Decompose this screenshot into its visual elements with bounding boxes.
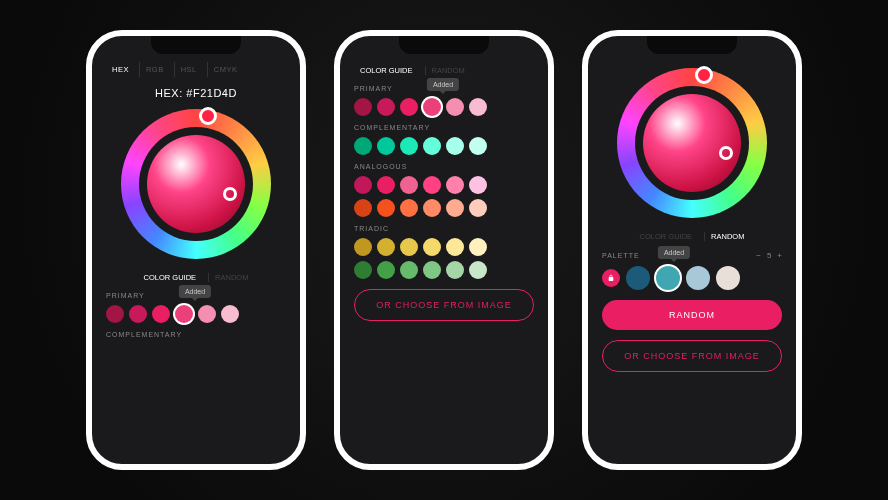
palette-swatch[interactable]: [626, 266, 650, 290]
swatch[interactable]: [446, 137, 464, 155]
swatch[interactable]: [377, 176, 395, 194]
complementary-label: COMPLEMENTARY: [354, 124, 534, 131]
subtab-random[interactable]: RANDOM: [425, 66, 471, 75]
swatch[interactable]: [469, 238, 487, 256]
saturation-handle[interactable]: [719, 146, 733, 160]
palette-swatches: Added: [602, 266, 782, 290]
subtab-random[interactable]: RANDOM: [704, 232, 750, 241]
swatch[interactable]: [354, 261, 372, 279]
swatch[interactable]: [446, 176, 464, 194]
phone-notch: [647, 36, 737, 54]
swatch[interactable]: [469, 98, 487, 116]
swatch[interactable]: [423, 238, 441, 256]
color-wheel[interactable]: [121, 109, 271, 259]
analogous-row-1: [354, 176, 534, 194]
hue-handle[interactable]: [695, 66, 713, 84]
hex-value: HEX: #F21D4D: [106, 87, 286, 99]
analogous-label: ANALOGOUS: [354, 163, 534, 170]
analogous-row-2: [354, 199, 534, 217]
triadic-label: TRIADIC: [354, 225, 534, 232]
swatch[interactable]: [469, 137, 487, 155]
triadic-row-1: [354, 238, 534, 256]
swatch[interactable]: [400, 137, 418, 155]
swatch[interactable]: [354, 238, 372, 256]
phone-notch: [399, 36, 489, 54]
swatch[interactable]: [423, 199, 441, 217]
minus-icon[interactable]: −: [756, 251, 761, 260]
swatch[interactable]: [152, 305, 170, 323]
swatch[interactable]: [377, 199, 395, 217]
swatch[interactable]: [400, 199, 418, 217]
palette-swatch-selected[interactable]: [656, 266, 680, 290]
swatch[interactable]: [446, 199, 464, 217]
swatch[interactable]: [400, 261, 418, 279]
plus-icon[interactable]: +: [777, 251, 782, 260]
hue-handle[interactable]: [199, 107, 217, 125]
primary-swatches: Added: [106, 305, 286, 323]
complementary-label: COMPLEMENTARY: [106, 331, 286, 338]
swatch[interactable]: [446, 261, 464, 279]
swatch[interactable]: [377, 98, 395, 116]
mode-tabs: COLOR GUIDE RANDOM: [602, 232, 782, 241]
swatch[interactable]: [129, 305, 147, 323]
tab-hex[interactable]: HEX: [106, 62, 135, 77]
swatch[interactable]: [423, 137, 441, 155]
swatch[interactable]: [354, 137, 372, 155]
swatch[interactable]: [423, 261, 441, 279]
swatch[interactable]: [469, 261, 487, 279]
choose-from-image-button[interactable]: OR CHOOSE FROM IMAGE: [354, 289, 534, 321]
subtab-color-guide[interactable]: COLOR GUIDE: [634, 232, 699, 241]
swatch[interactable]: [221, 305, 239, 323]
mode-tabs: COLOR GUIDE RANDOM: [354, 66, 534, 75]
swatch[interactable]: [400, 238, 418, 256]
subtab-color-guide[interactable]: COLOR GUIDE: [138, 273, 203, 282]
saturation-handle[interactable]: [223, 187, 237, 201]
swatch[interactable]: [400, 176, 418, 194]
swatch[interactable]: [446, 238, 464, 256]
subtab-random[interactable]: RANDOM: [208, 273, 254, 282]
phone-color-guide: COLOR GUIDE RANDOM PRIMARY Added COMPLEM…: [334, 30, 554, 470]
swatch[interactable]: [377, 137, 395, 155]
added-tooltip: Added: [179, 285, 211, 298]
swatch[interactable]: [354, 199, 372, 217]
phone-hex-picker: HEX RGB HSL CMYK HEX: #F21D4D COLOR GUID…: [86, 30, 306, 470]
added-tooltip: Added: [427, 78, 459, 91]
palette-label: PALETTE: [602, 252, 640, 259]
tab-hsl[interactable]: HSL: [174, 62, 203, 77]
complementary-swatches: [354, 137, 534, 155]
swatch[interactable]: [469, 199, 487, 217]
tab-rgb[interactable]: RGB: [139, 62, 170, 77]
swatch[interactable]: [377, 238, 395, 256]
phone-random: COLOR GUIDE RANDOM PALETTE − 5 + Added R…: [582, 30, 802, 470]
swatch[interactable]: [354, 98, 372, 116]
format-tabs: HEX RGB HSL CMYK: [106, 62, 286, 77]
choose-from-image-button[interactable]: OR CHOOSE FROM IMAGE: [602, 340, 782, 372]
swatch[interactable]: [423, 176, 441, 194]
swatch[interactable]: [377, 261, 395, 279]
swatch[interactable]: [400, 98, 418, 116]
swatch[interactable]: [354, 176, 372, 194]
counter-value: 5: [767, 251, 771, 260]
palette-counter: − 5 +: [756, 251, 782, 260]
lock-icon[interactable]: [602, 269, 620, 287]
palette-swatch[interactable]: [716, 266, 740, 290]
swatch[interactable]: [198, 305, 216, 323]
tab-cmyk[interactable]: CMYK: [207, 62, 244, 77]
added-tooltip: Added: [658, 246, 690, 259]
swatch-selected[interactable]: [423, 98, 441, 116]
primary-swatches: Added: [354, 98, 534, 116]
subtab-color-guide[interactable]: COLOR GUIDE: [354, 66, 419, 75]
triadic-row-2: [354, 261, 534, 279]
swatch[interactable]: [469, 176, 487, 194]
palette-swatch[interactable]: [686, 266, 710, 290]
color-wheel[interactable]: [617, 68, 767, 218]
random-button[interactable]: RANDOM: [602, 300, 782, 330]
phone-notch: [151, 36, 241, 54]
swatch[interactable]: [446, 98, 464, 116]
swatch[interactable]: [106, 305, 124, 323]
mode-tabs: COLOR GUIDE RANDOM: [106, 273, 286, 282]
swatch-selected[interactable]: [175, 305, 193, 323]
